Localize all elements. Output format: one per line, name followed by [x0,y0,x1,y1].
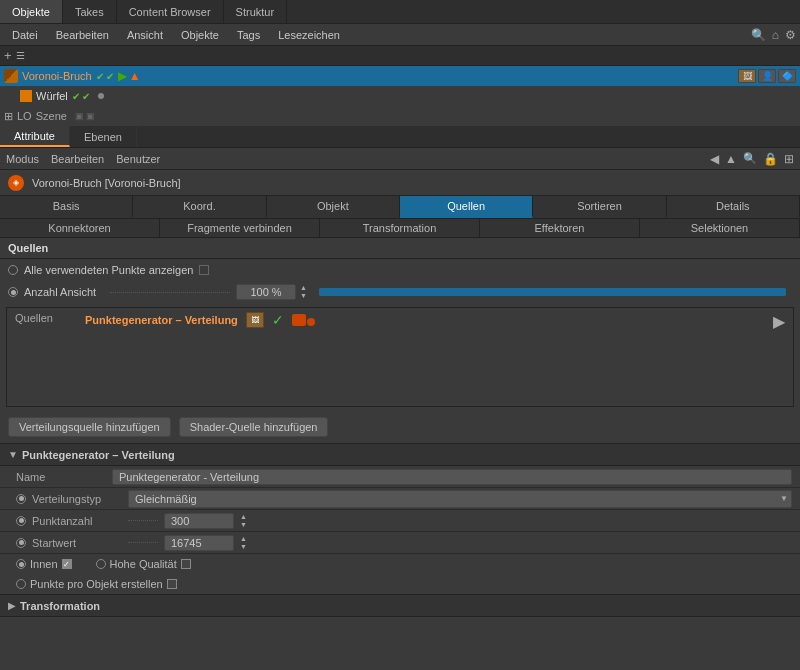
checkbox-alle[interactable] [199,265,209,275]
source-name: Punktegenerator – Verteilung [85,314,238,326]
punktegenerator-header[interactable]: ▼ Punktegenerator – Verteilung [0,444,800,466]
label-innen: Innen [30,558,58,570]
punktanzahl-down[interactable]: ▼ [240,521,247,529]
radio-verteilungstyp[interactable] [16,494,26,504]
label-hohe-qualitaet: Hohe Qualität [110,558,177,570]
tab-content-browser[interactable]: Content Browser [117,0,224,23]
radio-alle-punkte[interactable] [8,265,18,275]
menu-lesezeichen[interactable]: Lesezeichen [270,27,348,43]
form-row-verteilungstyp: Verteilungstyp Gleichmäßig Zufällig Gitt… [0,488,800,510]
add-shader-source-button[interactable]: Shader-Quelle hinzufügen [179,417,329,437]
radio-hohe-qualitaet[interactable] [96,559,106,569]
prop-tab-sortieren[interactable]: Sortieren [533,196,666,218]
prop-tab2-effektoren[interactable]: Effektoren [480,219,640,237]
voronoi-btn2[interactable]: 👤 [758,69,776,83]
select-verteilungstyp[interactable]: Gleichmäßig Zufällig Gitter [128,490,792,508]
radio-punkte-pro-objekt[interactable] [16,579,26,589]
form-row-punktanzahl: Punktanzahl ▲ ▼ [0,510,800,532]
radio-punktanzahl[interactable] [16,516,26,526]
radio-startwert[interactable] [16,538,26,548]
input-name[interactable] [112,469,792,485]
menu-datei[interactable]: Datei [4,27,46,43]
prop-tab-koord[interactable]: Koord. [133,196,266,218]
prop-tab-basis[interactable]: Basis [0,196,133,218]
obj-title-icon: ◈ [8,175,24,191]
arrow-up[interactable]: ▲ [300,284,307,292]
prop-tab-objekt[interactable]: Objekt [267,196,400,218]
check-punkte-pro-objekt[interactable] [167,579,177,589]
dotted-sep-3 [128,542,158,543]
prop-tab2-konnektoren[interactable]: Konnektoren [0,219,160,237]
tab-takes[interactable]: Takes [63,0,117,23]
punktanzahl-up[interactable]: ▲ [240,513,247,521]
input-punktanzahl[interactable] [164,513,234,529]
sources-area: Quellen Punktegenerator – Verteilung 🖼 ✓… [6,307,794,407]
toolbar-modus[interactable]: Modus [6,153,39,165]
object-row-voronoi[interactable]: Voronoi-Bruch ✔ ✔ ▶ ▲ 🖼 👤 🔷 [0,66,800,86]
voronoi-btn3[interactable]: 🔷 [778,69,796,83]
radio-innen[interactable] [16,559,26,569]
scene-expand-icon[interactable]: ⊞ [4,110,13,123]
menu-bearbeiten[interactable]: Bearbeiten [48,27,117,43]
toolbar-bearbeiten[interactable]: Bearbeiten [51,153,104,165]
option-row-2: Anzahl Ansicht 100 % ▲ ▼ [0,281,800,303]
wuerfel-check2: ✔ [82,91,90,102]
input-startwert[interactable] [164,535,234,551]
slider-track[interactable] [319,288,786,296]
menu-tags[interactable]: Tags [229,27,268,43]
tab-attribute[interactable]: Attribute [0,126,70,147]
object-title-row: ◈ Voronoi-Bruch [Voronoi-Bruch] [0,170,800,196]
source-person-icons [292,314,315,326]
prop-tab2-selektionen[interactable]: Selektionen [640,219,800,237]
obj-toolbar-menu[interactable]: ☰ [16,50,25,61]
arrow-left-icon[interactable]: ◀ [710,152,719,166]
label-punkte-pro-objekt: Punkte pro Objekt erstellen [30,578,163,590]
obj-toolbar-add[interactable]: + [4,48,12,63]
scroll-right-icon[interactable]: ▶ [773,312,785,331]
object-row-wuerfel[interactable]: Würfel ✔ ✔ [0,86,800,106]
wuerfel-label: Würfel [36,90,68,102]
tab-ebenen[interactable]: Ebenen [70,126,137,147]
arrow-down[interactable]: ▼ [300,292,307,300]
search-icon[interactable]: 🔍 [751,28,766,42]
anzahl-value[interactable]: 100 % [236,284,296,300]
source-item-1[interactable]: Punktegenerator – Verteilung 🖼 ✓ [85,312,773,328]
check-hohe-qualitaet[interactable] [181,559,191,569]
form-row-name: Name [0,466,800,488]
transformation-header[interactable]: ▶ Transformation [0,595,800,617]
source-img-icon: 🖼 [246,312,264,328]
prop-tabs-row1: Basis Koord. Objekt Quellen Sortieren De… [0,196,800,219]
voronoi-status: ▶ ▲ [118,69,141,83]
settings-icon[interactable]: ⚙ [785,28,796,42]
toolbar-benutzer[interactable]: Benutzer [116,153,160,165]
scene-check1: ▣ [75,111,84,121]
startwert-down[interactable]: ▼ [240,543,247,551]
checkbox-hohe-qualitaet: Hohe Qualität [96,558,191,570]
expand-icon[interactable]: ⊞ [784,152,794,166]
radio-anzahl-ansicht[interactable] [8,287,18,297]
search-small-icon[interactable]: 🔍 [743,152,757,165]
action-buttons: Verteilungsquelle hinzufügen Shader-Quel… [0,411,800,443]
prop-tab2-transformation[interactable]: Transformation [320,219,480,237]
form-row-startwert: Startwert ▲ ▼ [0,532,800,554]
lock-icon[interactable]: 🔒 [763,152,778,166]
person-dot-icon [307,318,315,326]
prop-tabs-row2: Konnektoren Fragmente verbinden Transfor… [0,219,800,238]
add-distribution-source-button[interactable]: Verteilungsquelle hinzufügen [8,417,171,437]
voronoi-icons: 🖼 👤 🔷 [738,69,796,83]
prop-tab-quellen[interactable]: Quellen [400,196,533,218]
tab-objekte[interactable]: Objekte [0,0,63,23]
menu-ansicht[interactable]: Ansicht [119,27,171,43]
voronoi-btn1[interactable]: 🖼 [738,69,756,83]
prop-tab2-fragmente[interactable]: Fragmente verbinden [160,219,320,237]
home-icon[interactable]: ⌂ [772,28,779,42]
menu-objekte[interactable]: Objekte [173,27,227,43]
arrow-up-icon[interactable]: ▲ [725,152,737,166]
check-innen[interactable] [62,559,72,569]
prop-tab-details[interactable]: Details [667,196,800,218]
tab-struktur[interactable]: Struktur [224,0,288,23]
dotted-sep-2 [128,520,158,521]
select-wrapper-verteilungstyp: Gleichmäßig Zufällig Gitter [128,490,792,508]
slider-fill [319,288,786,296]
startwert-up[interactable]: ▲ [240,535,247,543]
